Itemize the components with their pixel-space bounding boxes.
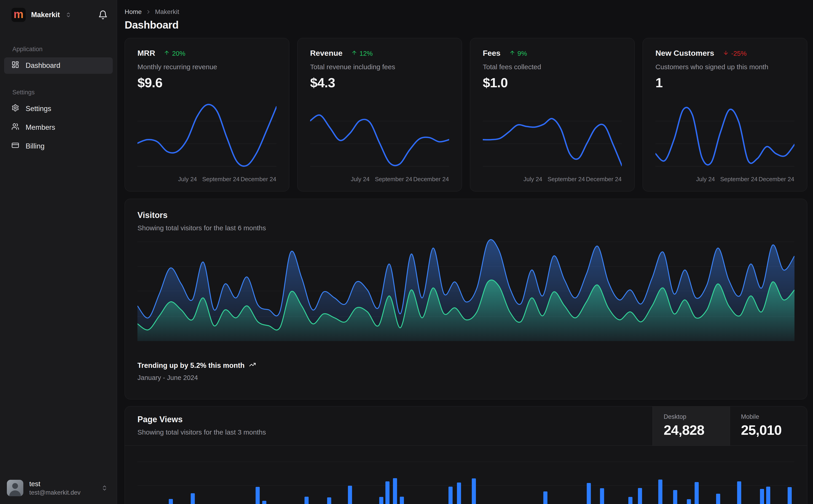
- stat-description: Monthly recurring revenue: [137, 63, 277, 71]
- sidebar-section-settings: Settings Settings Members: [0, 89, 117, 154]
- fees-sparkline-chart[interactable]: July 24 September 24 December 24: [483, 98, 622, 183]
- trending-up-icon: [249, 361, 256, 370]
- sidebar-item-label: Members: [26, 123, 55, 132]
- x-tick: December 24: [586, 176, 622, 183]
- trend-badge: -25%: [723, 50, 747, 57]
- arrow-up-icon: [164, 50, 170, 57]
- toggle-desktop[interactable]: Desktop 24,828: [653, 406, 730, 446]
- x-axis-labels: July 24 September 24 December 24: [137, 176, 277, 183]
- sidebar-item-settings[interactable]: Settings: [4, 101, 113, 117]
- arrow-down-icon: [723, 50, 729, 57]
- page-views-card: Page Views Showing total visitors for th…: [125, 406, 807, 504]
- breadcrumb-home-link[interactable]: Home: [125, 8, 142, 16]
- stat-value: $1.0: [483, 75, 622, 90]
- toggle-value: 24,828: [664, 422, 730, 438]
- sidebar-item-billing[interactable]: Billing: [4, 138, 113, 154]
- visitors-trend-text: Trending up by 5.2% this month: [137, 361, 245, 370]
- x-tick: December 24: [241, 176, 276, 183]
- x-tick: December 24: [759, 176, 794, 183]
- x-tick: July 24: [351, 176, 370, 183]
- stat-title: New Customers: [656, 49, 714, 58]
- visitors-card: Visitors Showing total visitors for the …: [125, 199, 807, 399]
- trend-value: -25%: [731, 50, 747, 57]
- stat-description: Total fees collected: [483, 63, 622, 71]
- toggle-value: 25,010: [741, 422, 807, 438]
- visitors-subtitle: Showing total visitors for the last 6 mo…: [137, 224, 794, 232]
- visitors-title: Visitors: [137, 210, 794, 220]
- bell-icon[interactable]: [98, 10, 108, 20]
- breadcrumb: Home Makerkit: [125, 8, 807, 16]
- stat-value: $9.6: [137, 75, 277, 90]
- x-tick: July 24: [523, 176, 542, 183]
- revenue-sparkline-chart[interactable]: July 24 September 24 December 24: [310, 98, 449, 183]
- chevrons-up-down-icon: [101, 485, 108, 491]
- makerkit-logo: m: [11, 8, 26, 22]
- stat-title: Revenue: [310, 49, 343, 58]
- x-tick: September 24: [202, 176, 240, 183]
- stat-card-new-customers: New Customers -25% Customers who signed …: [643, 38, 807, 191]
- sidebar-item-members[interactable]: Members: [4, 119, 113, 136]
- credit-card-icon: [11, 141, 19, 151]
- trend-value: 9%: [517, 50, 527, 57]
- sidebar: m Makerkit Application Dashb: [0, 0, 117, 504]
- toggle-label: Mobile: [741, 413, 807, 420]
- page-title: Dashboard: [125, 19, 807, 31]
- sidebar-item-dashboard[interactable]: Dashboard: [4, 57, 113, 74]
- arrow-up-icon: [509, 50, 515, 57]
- stat-card-mrr: MRR 20% Monthly recurring revenue $9.6 J…: [125, 38, 289, 191]
- x-axis-labels: July 24 September 24 December 24: [483, 176, 622, 183]
- x-tick: September 24: [547, 176, 585, 183]
- stat-title: Fees: [483, 49, 501, 58]
- trend-value: 12%: [360, 50, 373, 57]
- page-views-toggles: Desktop 24,828 Mobile 25,010: [653, 406, 807, 446]
- layout-dashboard-icon: [11, 61, 19, 70]
- sidebar-section-application: Application Dashboard: [0, 46, 117, 74]
- x-tick: September 24: [720, 176, 757, 183]
- x-tick: July 24: [178, 176, 197, 183]
- sidebar-item-label: Settings: [26, 105, 51, 113]
- toggle-label: Desktop: [664, 413, 730, 420]
- avatar: [7, 480, 23, 496]
- trend-badge: 20%: [164, 50, 185, 57]
- mrr-sparkline-chart[interactable]: July 24 September 24 December 24: [137, 98, 277, 183]
- sidebar-section-label: Settings: [4, 89, 113, 96]
- trend-badge: 12%: [351, 50, 373, 57]
- chevron-right-icon: [145, 9, 151, 15]
- gear-icon: [11, 104, 19, 114]
- makerkit-dashboard: { "app": { "title": "Makerkit" }, "color…: [0, 0, 813, 504]
- x-tick: July 24: [696, 176, 715, 183]
- x-tick: December 24: [413, 176, 449, 183]
- page-views-bar-chart[interactable]: [137, 452, 794, 504]
- stat-cards-row: MRR 20% Monthly recurring revenue $9.6 J…: [125, 38, 807, 191]
- chevrons-up-down-icon[interactable]: [65, 12, 71, 18]
- stat-value: 1: [656, 75, 794, 90]
- page-views-header: Page Views Showing total visitors for th…: [125, 406, 807, 446]
- sidebar-item-label: Billing: [26, 142, 45, 150]
- x-tick: September 24: [375, 176, 412, 183]
- sidebar-section-label: Application: [4, 46, 113, 53]
- arrow-up-icon: [351, 50, 357, 57]
- workspace-name[interactable]: Makerkit: [31, 11, 60, 19]
- main-content: Home Makerkit Dashboard MRR 20% Monthly …: [117, 0, 813, 504]
- user-email: test@makerkit.dev: [29, 489, 80, 497]
- x-axis-labels: July 24 September 24 December 24: [310, 176, 449, 183]
- visitors-date-range: January - June 2024: [137, 374, 794, 382]
- trend-value: 20%: [172, 50, 185, 57]
- x-axis-labels: July 24 September 24 December 24: [656, 176, 794, 183]
- visitors-area-chart[interactable]: [137, 239, 794, 341]
- stat-value: $4.3: [310, 75, 449, 90]
- user-name: test: [29, 480, 80, 488]
- sidebar-item-label: Dashboard: [26, 61, 60, 70]
- breadcrumb-current: Makerkit: [155, 8, 179, 16]
- stat-description: Customers who signed up this month: [656, 63, 794, 71]
- sidebar-header: m Makerkit: [0, 0, 117, 22]
- user-menu[interactable]: test test@makerkit.dev: [0, 474, 117, 504]
- new-customers-sparkline-chart[interactable]: July 24 September 24 December 24: [656, 98, 794, 183]
- stat-title: MRR: [137, 49, 155, 58]
- stat-card-fees: Fees 9% Total fees collected $1.0 July 2…: [470, 38, 635, 191]
- stat-card-revenue: Revenue 12% Total revenue including fees…: [297, 38, 462, 191]
- users-icon: [11, 123, 19, 132]
- svg-text:m: m: [13, 8, 24, 20]
- trend-badge: 9%: [509, 50, 527, 57]
- toggle-mobile[interactable]: Mobile 25,010: [730, 406, 807, 446]
